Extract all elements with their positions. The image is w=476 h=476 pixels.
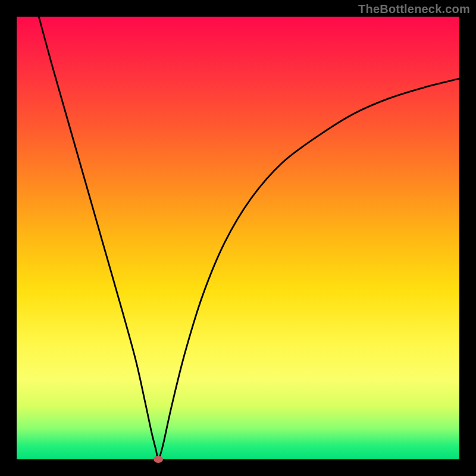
curve-layer bbox=[17, 17, 459, 459]
watermark-text: TheBottleneck.com bbox=[358, 2, 470, 16]
min-marker bbox=[154, 456, 163, 463]
plot-area bbox=[17, 17, 459, 459]
bottleneck-curve bbox=[39, 17, 459, 459]
chart-frame: TheBottleneck.com bbox=[0, 0, 476, 476]
